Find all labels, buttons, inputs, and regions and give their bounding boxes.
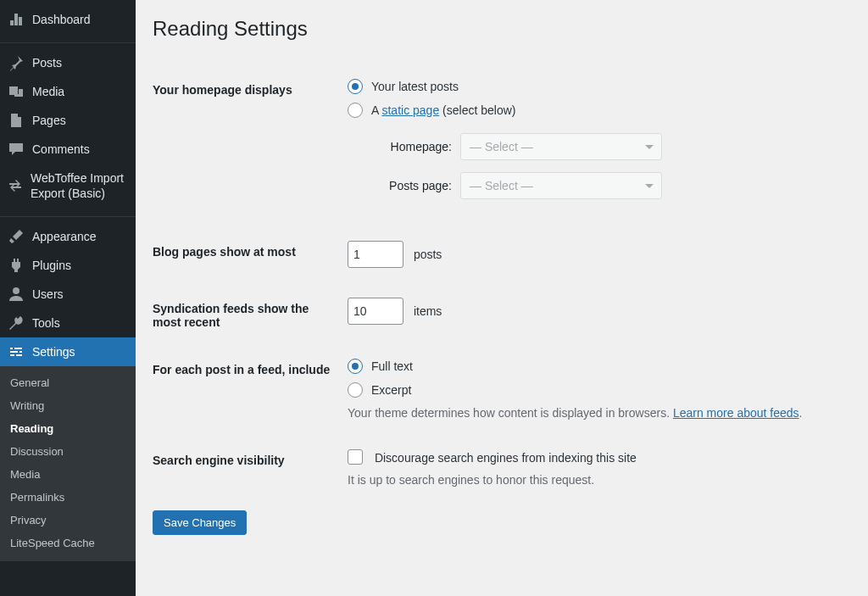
user-icon: [7, 287, 25, 302]
radio-latest-posts[interactable]: Your latest posts: [348, 79, 843, 94]
save-changes-button[interactable]: Save Changes: [153, 510, 247, 535]
radio-label: Excerpt: [371, 383, 411, 397]
feeds-input[interactable]: [348, 298, 403, 325]
feedcontent-note: Your theme determines how content is dis…: [348, 406, 843, 420]
checkbox-icon: [348, 449, 363, 465]
blogpages-input[interactable]: [348, 241, 403, 268]
media-icon: [7, 84, 25, 99]
sidebar-item-label: Plugins: [32, 258, 71, 273]
submenu-item-permalinks[interactable]: Permalinks: [0, 486, 136, 509]
homepage-select[interactable]: — Select —: [460, 133, 662, 160]
plugin-icon: [7, 258, 25, 273]
settings-form: Your homepage displays Your latest posts…: [153, 66, 851, 504]
radio-icon: [348, 79, 363, 94]
radio-label: A static page (select below): [371, 103, 515, 117]
submenu-item-writing[interactable]: Writing: [0, 394, 136, 417]
migrate-icon: [7, 178, 24, 193]
radio-icon: [348, 103, 363, 118]
sidebar-item-webtoffee[interactable]: WebToffee Import Export (Basic): [0, 164, 136, 208]
sidebar-item-settings[interactable]: Settings: [0, 337, 136, 366]
sidebar-item-label: Appearance: [32, 229, 97, 244]
sidebar-separator: [0, 212, 136, 217]
comment-icon: [7, 142, 25, 157]
sidebar-item-tools[interactable]: Tools: [0, 309, 136, 337]
sidebar-item-label: Users: [32, 287, 64, 302]
sidebar-item-pages[interactable]: Pages: [0, 106, 136, 135]
tool-icon: [7, 315, 25, 331]
pin-icon: [7, 55, 25, 70]
submenu-item-discussion[interactable]: Discussion: [0, 440, 136, 463]
svg-point-0: [13, 287, 19, 294]
dashboard-icon: [7, 12, 25, 27]
row-label-feedcontent: For each post in a feed, include: [153, 346, 348, 437]
radio-excerpt[interactable]: Excerpt: [348, 382, 843, 398]
row-label-visibility: Search engine visibility: [153, 437, 348, 504]
static-page-link[interactable]: static page: [381, 103, 439, 117]
feeds-unit: items: [414, 304, 442, 318]
submenu-item-reading[interactable]: Reading: [0, 417, 136, 440]
row-label-blogpages: Blog pages show at most: [153, 228, 348, 285]
postspage-select-label: Posts page:: [371, 179, 452, 192]
sidebar-item-media[interactable]: Media: [0, 77, 136, 106]
homepage-select-label: Homepage:: [371, 140, 452, 153]
postspage-select[interactable]: — Select —: [460, 172, 662, 199]
checkbox-discourage[interactable]: Discourage search engines from indexing …: [348, 451, 637, 465]
sidebar-item-label: Posts: [32, 55, 62, 70]
sidebar-item-label: WebToffee Import Export (Basic): [31, 170, 127, 201]
radio-label: Full text: [371, 359, 413, 373]
sidebar-item-plugins[interactable]: Plugins: [0, 251, 136, 280]
radio-label: Your latest posts: [371, 80, 459, 93]
page-icon: [7, 113, 25, 128]
page-title: Reading Settings: [153, 17, 851, 41]
learn-more-feeds-link[interactable]: Learn more about feeds: [673, 406, 799, 420]
content-area: Reading Settings Your homepage displays …: [136, 0, 868, 596]
sidebar-item-appearance[interactable]: Appearance: [0, 222, 136, 251]
radio-full-text[interactable]: Full text: [348, 359, 843, 374]
submenu-item-privacy[interactable]: Privacy: [0, 509, 136, 532]
radio-icon: [348, 382, 363, 398]
sidebar-item-label: Settings: [32, 344, 75, 359]
submenu-item-litespeed[interactable]: LiteSpeed Cache: [0, 532, 136, 554]
row-label-homepage: Your homepage displays: [153, 66, 348, 228]
sidebar-item-dashboard[interactable]: Dashboard: [0, 5, 136, 34]
blogpages-unit: posts: [414, 248, 442, 261]
sidebar-item-users[interactable]: Users: [0, 280, 136, 309]
row-label-feeds: Syndication feeds show the most recent: [153, 285, 348, 346]
sidebar-item-label: Media: [32, 84, 64, 99]
settings-submenu: General Writing Reading Discussion Media…: [0, 366, 136, 561]
radio-static-page[interactable]: A static page (select below): [348, 103, 843, 118]
checkbox-label: Discourage search engines from indexing …: [375, 451, 637, 465]
visibility-note: It is up to search engines to honor this…: [348, 473, 843, 487]
sidebar-item-label: Tools: [32, 315, 60, 331]
sidebar-item-label: Pages: [32, 113, 66, 128]
sidebar-item-label: Comments: [32, 142, 90, 157]
settings-icon: [7, 344, 25, 359]
admin-sidebar: Dashboard Posts Media Pages Comments Web…: [0, 0, 136, 596]
sidebar-item-posts[interactable]: Posts: [0, 48, 136, 77]
submenu-item-media[interactable]: Media: [0, 463, 136, 486]
radio-icon: [348, 359, 363, 374]
brush-icon: [7, 229, 25, 244]
static-page-selects: Homepage: — Select — Posts page: — Selec…: [371, 133, 843, 199]
submenu-item-general[interactable]: General: [0, 371, 136, 394]
sidebar-item-label: Dashboard: [32, 12, 91, 27]
sidebar-item-comments[interactable]: Comments: [0, 135, 136, 164]
sidebar-separator: [0, 38, 136, 43]
